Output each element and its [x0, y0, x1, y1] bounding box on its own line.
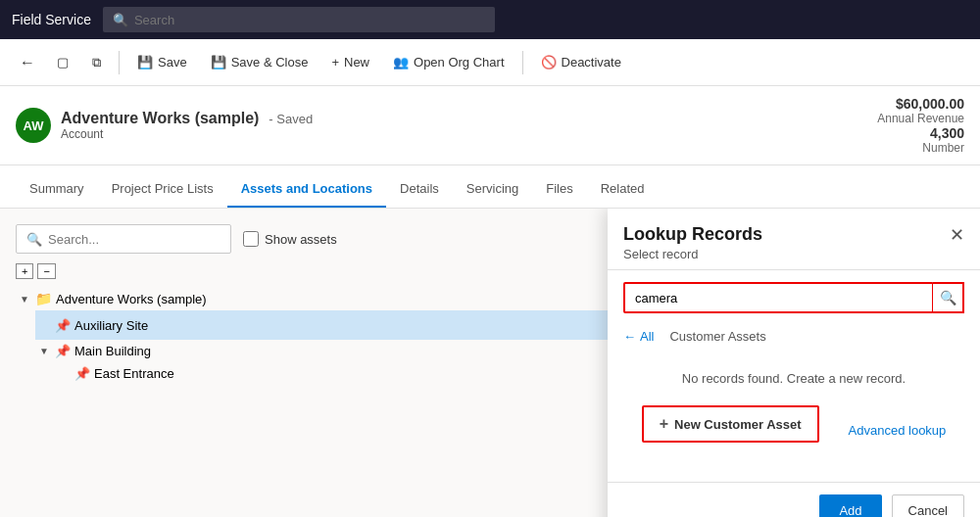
filter-all-tab[interactable]: ← All — [623, 329, 654, 344]
filter-all-label: All — [640, 329, 654, 344]
new-button[interactable]: + New — [321, 49, 379, 75]
tab-project-price-lists[interactable]: Project Price Lists — [98, 171, 227, 208]
asset-search-box[interactable]: 🔍 — [16, 224, 231, 254]
location-icon-main: 📌 — [55, 344, 71, 358]
new-icon: + — [331, 55, 339, 70]
chevron-down-icon: ▼ — [20, 294, 31, 305]
save-icon: 💾 — [137, 55, 153, 70]
lookup-search-row: 🔍 — [608, 270, 980, 325]
show-assets-checkbox[interactable] — [243, 231, 259, 247]
show-assets-label: Show assets — [265, 232, 337, 247]
account-number: 4,300 — [877, 125, 964, 141]
new-label: New — [344, 55, 369, 70]
deactivate-icon: 🚫 — [541, 55, 557, 70]
toolbar-divider-1 — [119, 51, 120, 74]
view-icon: ▢ — [57, 55, 69, 70]
save-close-icon: 💾 — [211, 55, 226, 70]
account-number-label: Number — [877, 141, 964, 155]
no-records-message: No records found. Create a new record. — [682, 371, 906, 386]
service-title: Field Service — [12, 12, 91, 27]
show-assets-checkbox-label[interactable]: Show assets — [243, 231, 337, 247]
account-type: Account — [61, 127, 877, 141]
asset-search-input[interactable] — [48, 232, 220, 247]
location-icon: 📌 — [55, 318, 71, 333]
pop-out-button[interactable]: ⧉ — [82, 49, 111, 76]
tab-files[interactable]: Files — [532, 171, 586, 208]
search-icon: 🔍 — [113, 13, 128, 27]
open-org-chart-button[interactable]: 👥 Open Org Chart — [383, 49, 514, 75]
open-org-chart-label: Open Org Chart — [414, 55, 505, 70]
new-customer-asset-label: New Customer Asset — [674, 417, 802, 432]
toolbar-divider-2 — [522, 51, 523, 74]
account-revenue: $60,000.00 — [877, 96, 964, 112]
advanced-lookup-link[interactable]: Advanced lookup — [849, 423, 947, 438]
location-icon-east: 📌 — [74, 366, 90, 381]
tab-related[interactable]: Related — [587, 171, 659, 208]
add-button[interactable]: Add — [819, 494, 881, 517]
plus-icon: + — [660, 415, 668, 433]
account-header: AW Adventure Works (sample) - Saved Acco… — [0, 86, 980, 165]
deactivate-label: Deactivate — [562, 55, 621, 70]
chevron-down-icon-main: ▼ — [39, 346, 51, 356]
asset-search-icon: 🔍 — [26, 232, 42, 247]
lookup-close-button[interactable]: ✕ — [950, 224, 964, 246]
new-customer-asset-button[interactable]: + New Customer Asset — [642, 405, 819, 443]
lookup-search-icon-button[interactable]: 🔍 — [933, 282, 964, 313]
account-stats: $60,000.00 Annual Revenue 4,300 Number — [877, 96, 964, 155]
account-info: Adventure Works (sample) - Saved Account — [61, 110, 877, 141]
collapse-all-button[interactable]: − — [37, 263, 55, 279]
cancel-button[interactable]: Cancel — [892, 494, 964, 517]
lookup-action-row: + New Customer Asset Advanced lookup — [642, 405, 947, 454]
lookup-panel: Lookup Records Select record ✕ 🔍 ← All C… — [608, 209, 980, 517]
filter-customer-assets-tab[interactable]: Customer Assets — [669, 329, 765, 344]
lookup-header-text: Lookup Records Select record — [623, 224, 762, 261]
org-chart-icon: 👥 — [393, 55, 409, 70]
lookup-filter-row: ← All Customer Assets — [608, 325, 980, 355]
arrow-left-icon: ← — [623, 329, 636, 344]
tab-summary[interactable]: Summary — [16, 171, 98, 208]
account-name: Adventure Works (sample) — [61, 110, 259, 126]
save-close-button[interactable]: 💾 Save & Close — [201, 49, 318, 75]
save-close-label: Save & Close — [231, 55, 309, 70]
global-search-input[interactable] — [134, 13, 485, 27]
lookup-header: Lookup Records Select record ✕ — [608, 209, 980, 270]
account-name-row: Adventure Works (sample) - Saved — [61, 110, 877, 127]
back-button[interactable]: ← — [12, 48, 43, 77]
folder-icon: 📁 — [35, 291, 52, 306]
global-search-bar[interactable]: 🔍 — [103, 7, 495, 32]
account-avatar: AW — [16, 108, 51, 143]
top-nav-bar: Field Service 🔍 — [0, 0, 980, 39]
lookup-title: Lookup Records — [623, 224, 762, 245]
lookup-search-input[interactable] — [623, 282, 934, 313]
save-button[interactable]: 💾 Save — [127, 49, 197, 75]
account-revenue-label: Annual Revenue — [877, 112, 964, 125]
tab-bar: Summary Project Price Lists Assets and L… — [0, 165, 980, 209]
popout-icon: ⧉ — [92, 55, 101, 70]
main-content-area: 🔍 Show assets + − ▼ 📁 Adventure Works (s… — [0, 209, 980, 517]
view-toggle-button[interactable]: ▢ — [47, 49, 78, 75]
tab-details[interactable]: Details — [386, 171, 453, 208]
lookup-footer: Add Cancel — [608, 482, 980, 517]
lookup-body: No records found. Create a new record. +… — [608, 355, 980, 482]
save-label: Save — [158, 55, 187, 70]
expand-all-button[interactable]: + — [16, 263, 33, 279]
main-toolbar: ← ▢ ⧉ 💾 Save 💾 Save & Close + New 👥 Open… — [0, 39, 980, 86]
deactivate-button[interactable]: 🚫 Deactivate — [531, 49, 631, 75]
tab-assets-and-locations[interactable]: Assets and Locations — [227, 171, 386, 208]
lookup-subtitle: Select record — [623, 247, 762, 261]
tab-servicing[interactable]: Servicing — [453, 171, 532, 208]
account-saved-status: - Saved — [269, 112, 313, 126]
